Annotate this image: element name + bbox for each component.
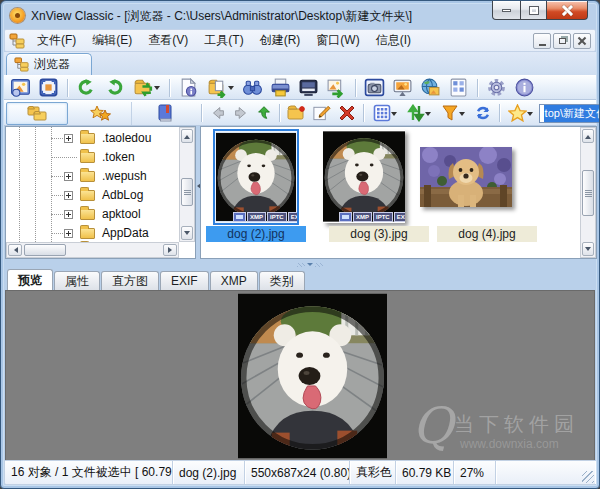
scroll-right-button[interactable]: [163, 244, 177, 256]
open-with-button[interactable]: [204, 77, 237, 99]
tab-properties[interactable]: 属性: [54, 271, 100, 290]
menu-view[interactable]: 查看(V): [140, 29, 196, 52]
expand-plus-icon[interactable]: [64, 210, 73, 219]
delete-button[interactable]: [335, 102, 358, 124]
camera-import-button[interactable]: [362, 77, 387, 99]
preview-pane[interactable]: Q 当下软件园 www.downxia.com: [5, 290, 595, 461]
address-input[interactable]: top\新建文件夹\: [539, 104, 600, 123]
scroll-left-button[interactable]: [8, 244, 22, 256]
mdi-close-button[interactable]: [573, 33, 591, 49]
mode-folder-tree-button[interactable]: [6, 102, 68, 125]
scroll-up-button[interactable]: [582, 129, 594, 143]
tab-exif[interactable]: EXIF: [160, 271, 209, 290]
tab-xmp[interactable]: XMP: [210, 271, 258, 290]
splitter-handle[interactable]: [290, 262, 330, 268]
convert-dropdown-arrow[interactable]: [154, 86, 160, 93]
resize-grip[interactable]: [582, 471, 594, 483]
new-folder-button[interactable]: [285, 102, 308, 124]
mdi-minimize-button[interactable]: [533, 33, 551, 49]
filter-dropdown-arrow[interactable]: [459, 112, 465, 119]
settings-button[interactable]: [484, 77, 509, 99]
scroll-down-button[interactable]: [582, 242, 594, 256]
view-mode-dropdown-arrow[interactable]: [391, 112, 397, 119]
tree-horizontal-scrollbar[interactable]: [6, 242, 179, 258]
print-button[interactable]: [268, 77, 293, 99]
forward-arrow-icon: [232, 104, 250, 122]
about-button[interactable]: [512, 77, 537, 99]
scrollbar-thumb[interactable]: [582, 170, 594, 216]
thumbnail-dog2[interactable]: XMP IPTC EXIF: [213, 129, 299, 225]
menu-create[interactable]: 创建(R): [252, 29, 309, 52]
open-with-dropdown-arrow[interactable]: [228, 86, 234, 93]
refresh-button[interactable]: [471, 102, 494, 124]
mode-favorites-button[interactable]: [70, 102, 132, 125]
up-folder-button[interactable]: [253, 102, 274, 124]
favorites-button[interactable]: [505, 102, 537, 124]
tab-category[interactable]: 类别: [259, 271, 305, 290]
view-mode-button[interactable]: [369, 102, 401, 124]
horizontal-splitter[interactable]: [4, 260, 596, 269]
expand-plus-icon[interactable]: [64, 229, 73, 238]
scroll-down-button[interactable]: [181, 226, 193, 240]
tab-browser[interactable]: 浏览器: [6, 53, 92, 75]
search-button[interactable]: [240, 77, 265, 99]
forward-button[interactable]: [230, 102, 251, 124]
thumbnail-vertical-scrollbar[interactable]: [580, 127, 596, 258]
web-page-button[interactable]: [418, 77, 443, 99]
window-title: XnView Classic - [浏览器 - C:\Users\Adminis…: [31, 8, 412, 25]
convert-button[interactable]: [130, 77, 163, 99]
address-bar[interactable]: top\新建文件夹\: [539, 103, 600, 123]
menu-window[interactable]: 窗口(W): [308, 29, 367, 52]
filter-button[interactable]: [437, 102, 469, 124]
tab-preview[interactable]: 预览: [7, 269, 53, 290]
thumbnail-label-dog2[interactable]: dog (2).jpg: [206, 226, 306, 242]
thumbnail-dog4[interactable]: [420, 147, 512, 207]
contact-sheet-button[interactable]: [446, 77, 471, 99]
tab-histogram[interactable]: 直方图: [101, 271, 159, 290]
toolbar-separator: [355, 79, 356, 97]
sort-button[interactable]: [403, 102, 435, 124]
close-button[interactable]: [546, 1, 588, 20]
folder-tree-pane[interactable]: .taoledou .token .wepush AdbLog apktool …: [5, 126, 196, 259]
sort-dropdown-arrow[interactable]: [425, 112, 431, 119]
screen-capture-icon: [298, 77, 319, 98]
restore-button[interactable]: [520, 1, 547, 20]
scrollbar-thumb[interactable]: [24, 244, 66, 256]
scroll-up-button[interactable]: [181, 129, 193, 143]
tree-vertical-scrollbar[interactable]: [179, 127, 195, 242]
rename-button[interactable]: [310, 102, 333, 124]
menu-info[interactable]: 信息(I): [368, 29, 419, 52]
properties-button[interactable]: [176, 77, 201, 99]
document-tab-row: 浏览器: [4, 52, 596, 75]
thumbnail-label-dog3[interactable]: dog (3).jpg: [329, 226, 429, 242]
thumbnail-label-dog4[interactable]: dog (4).jpg: [437, 226, 537, 242]
rotate-right-button[interactable]: [102, 77, 127, 99]
expand-plus-icon[interactable]: [64, 134, 73, 143]
book-icon: [157, 104, 173, 122]
title-bar[interactable]: XnView Classic - [浏览器 - C:\Users\Adminis…: [1, 1, 599, 29]
mdi-restore-button[interactable]: [553, 33, 571, 49]
rotate-left-button[interactable]: [74, 77, 99, 99]
scrollbar-thumb[interactable]: [181, 178, 193, 206]
back-button[interactable]: [207, 102, 228, 124]
favorites-dropdown-arrow[interactable]: [527, 112, 533, 119]
view-image-button[interactable]: [8, 77, 33, 99]
export-image-button[interactable]: [324, 77, 349, 99]
minimize-button[interactable]: [492, 1, 521, 20]
open-with-icon: [207, 77, 228, 98]
slideshow-button[interactable]: [390, 77, 415, 99]
expand-plus-icon[interactable]: [64, 172, 73, 181]
screen-capture-button[interactable]: [296, 77, 321, 99]
thumbnail-dog3[interactable]: XMP IPTC EXIF: [323, 130, 405, 223]
thumbnail-pane[interactable]: XMP IPTC EXIF dog (2).jpg XMP IPTC EXIF …: [200, 126, 597, 259]
menu-file[interactable]: 文件(F): [29, 29, 84, 52]
sort-arrows-icon: [407, 104, 425, 122]
convert-icon: [133, 77, 154, 98]
mode-categories-button[interactable]: [134, 102, 196, 125]
fullscreen-button[interactable]: [36, 77, 61, 99]
menu-edit[interactable]: 编辑(E): [84, 29, 140, 52]
toolbar-separator: [477, 79, 478, 97]
expand-plus-icon[interactable]: [64, 191, 73, 200]
menu-tools[interactable]: 工具(T): [196, 29, 251, 52]
status-filesize: 60.79 KB: [396, 461, 454, 484]
